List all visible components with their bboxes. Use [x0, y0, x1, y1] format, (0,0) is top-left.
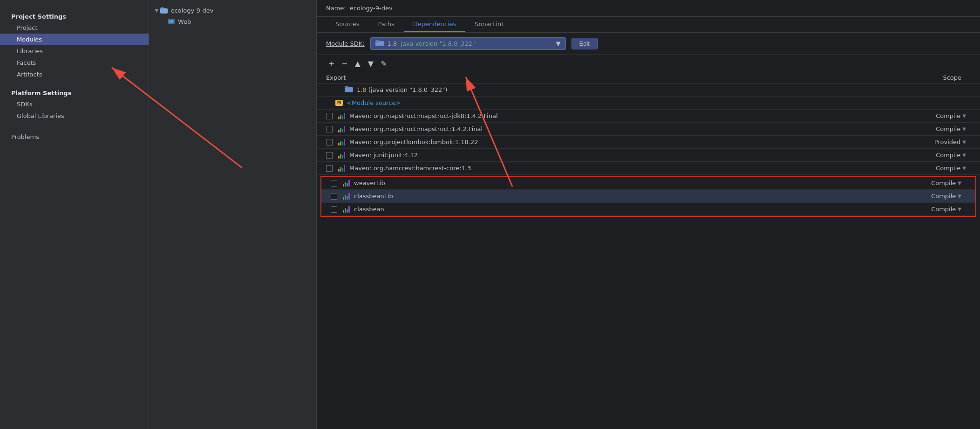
scope-dropdown-arrow: ▼: [962, 113, 966, 118]
scope-dropdown-arrow: ▼: [962, 139, 966, 145]
dep-checkbox-classbeanlib[interactable]: [331, 193, 337, 200]
dep-junit-scope[interactable]: Compile ▼: [915, 152, 971, 159]
svg-rect-5: [375, 40, 380, 42]
sdk-dropdown[interactable]: 1.8 java version "1.8.0_322" ▼: [370, 37, 566, 50]
export-header: Export: [326, 74, 915, 81]
sidebar-item-artifacts[interactable]: Artifacts: [0, 69, 149, 80]
edit-dep-button[interactable]: ✎: [378, 58, 389, 69]
tab-sources[interactable]: Sources: [326, 17, 368, 32]
folder-icon: [160, 7, 168, 14]
dep-classbean-name: classbean: [354, 206, 910, 213]
dep-module-source-name: <Module source>: [347, 99, 971, 106]
dep-hamcrest-scope[interactable]: Compile ▼: [915, 165, 971, 172]
platform-settings-title: Platform Settings: [0, 86, 149, 98]
maven-bar-icon-lombok: [337, 138, 346, 146]
scope-dropdown-arrow: ▼: [962, 152, 966, 158]
dep-row-classbeanlib[interactable]: classbeanLib Compile ▼: [321, 190, 975, 203]
tree-item-root[interactable]: ▼ ecology-9-dev: [149, 5, 316, 16]
dep-table-header: Export Scope: [317, 72, 980, 83]
sidebar-item-problems[interactable]: Problems: [0, 131, 149, 143]
tree-web-label: Web: [178, 18, 191, 25]
dep-mapstruct-jdk8-name: Maven: org.mapstruct:mapstruct-jdk8:1.4.…: [349, 112, 915, 119]
dep-junit-name: Maven: junit:junit:4.12: [349, 152, 915, 159]
dep-checkbox-classbean[interactable]: [331, 206, 337, 213]
dep-checkbox-mapstruct-jdk8[interactable]: [326, 113, 333, 119]
add-button[interactable]: +: [326, 58, 337, 69]
dep-checkbox-mapstruct[interactable]: [326, 126, 333, 132]
tabs-bar: Sources Paths Dependencies SonarLint: [317, 17, 980, 33]
dep-row-mapstruct-jdk8[interactable]: Maven: org.mapstruct:mapstruct-jdk8:1.4.…: [317, 110, 980, 123]
dep-checkbox-lombok[interactable]: [326, 139, 333, 145]
tree-item-web[interactable]: W Web: [149, 16, 316, 27]
lib-bar-icon-classbean: [342, 205, 350, 214]
dep-row-weaverlib[interactable]: weaverLib Compile ▼: [321, 177, 975, 190]
dep-checkbox-hamcrest[interactable]: [326, 165, 333, 172]
tab-paths[interactable]: Paths: [368, 17, 403, 32]
svg-rect-1: [160, 7, 164, 9]
dep-row-junit[interactable]: Maven: junit:junit:4.12 Compile ▼: [317, 149, 980, 162]
sidebar-item-facets[interactable]: Facets: [0, 57, 149, 69]
scope-dropdown-arrow: ▼: [962, 166, 966, 171]
dropdown-arrow-icon: ▼: [556, 40, 561, 47]
sdk-version-number: 1.8: [388, 40, 397, 47]
tree-root-label: ecology-9-dev: [170, 7, 213, 14]
scope-dropdown-arrow: ▼: [962, 126, 966, 131]
tab-sonarlint[interactable]: SonarLint: [465, 17, 513, 32]
dep-classbean-scope[interactable]: Compile ▼: [910, 206, 966, 213]
lib-bar-icon-weaverlib: [342, 179, 350, 187]
dep-row-classbean[interactable]: classbean Compile ▼: [321, 203, 975, 216]
sidebar-item-libraries[interactable]: Libraries: [0, 45, 149, 57]
dep-checkbox-weaverlib[interactable]: [331, 180, 337, 187]
dep-row-module-source[interactable]: M <Module source>: [317, 97, 980, 110]
dep-row-jdk[interactable]: 1.8 (java version "1.8.0_322"): [317, 83, 980, 97]
dep-row-lombok[interactable]: Maven: org.projectlombok:lombok:1.18.22 …: [317, 136, 980, 149]
scope-header: Scope: [915, 74, 971, 81]
maven-bar-icon-mapstruct-jdk8: [337, 112, 346, 120]
main-content: Name: ecology-9-dev Sources Paths Depend…: [317, 0, 980, 429]
maven-bar-icon-hamcrest: [337, 164, 346, 173]
scope-dropdown-arrow: ▼: [958, 194, 961, 199]
name-value: ecology-9-dev: [350, 5, 393, 12]
module-icon: W: [168, 18, 175, 25]
dep-classbeanlib-name: classbeanLib: [354, 193, 910, 200]
dep-jdk-name: 1.8 (java version "1.8.0_322"): [357, 86, 971, 93]
dep-weaverlib-scope[interactable]: Compile ▼: [910, 180, 966, 187]
sdk-row: Module SDK: 1.8 java version "1.8.0_322"…: [317, 33, 980, 55]
dep-weaverlib-name: weaverLib: [354, 180, 910, 187]
sdk-label: Module SDK:: [326, 40, 365, 47]
maven-bar-icon-junit: [337, 151, 346, 159]
expand-arrow-icon: ▼: [155, 7, 158, 14]
name-bar: Name: ecology-9-dev: [317, 0, 980, 17]
sidebar-item-global-libraries[interactable]: Global Libraries: [0, 110, 149, 122]
dep-row-mapstruct[interactable]: Maven: org.mapstruct:mapstruct:1.4.2.Fin…: [317, 123, 980, 136]
sidebar-item-modules[interactable]: Modules: [0, 34, 149, 45]
jdk-folder-icon: [345, 86, 353, 94]
dep-lombok-scope[interactable]: Provided ▼: [915, 138, 971, 145]
module-source-icon: M: [335, 100, 343, 106]
remove-button[interactable]: −: [339, 58, 350, 69]
name-label: Name:: [326, 5, 346, 12]
dep-lombok-name: Maven: org.projectlombok:lombok:1.18.22: [349, 138, 915, 145]
maven-bar-icon-mapstruct: [337, 125, 346, 133]
dep-toolbar: + − ▲ ▼ ✎: [317, 55, 980, 72]
dep-row-hamcrest[interactable]: Maven: org.hamcrest:hamcrest-core:1.3 Co…: [317, 162, 980, 175]
dep-classbeanlib-scope[interactable]: Compile ▼: [910, 193, 966, 200]
sidebar-item-project[interactable]: Project: [0, 22, 149, 34]
sdk-version-string: java version "1.8.0_322": [401, 40, 475, 47]
dep-mapstruct-name: Maven: org.mapstruct:mapstruct:1.4.2.Fin…: [349, 125, 915, 132]
sidebar-item-sdks[interactable]: SDKs: [0, 98, 149, 110]
tab-dependencies[interactable]: Dependencies: [404, 17, 466, 32]
file-tree-panel: ▼ ecology-9-dev W Web: [149, 0, 317, 429]
scope-dropdown-arrow: ▼: [958, 207, 961, 212]
scope-dropdown-arrow: ▼: [958, 180, 961, 186]
edit-button[interactable]: Edit: [572, 38, 598, 49]
svg-rect-7: [345, 86, 349, 88]
dep-mapstruct-scope[interactable]: Compile ▼: [915, 125, 971, 132]
svg-text:W: W: [169, 20, 173, 24]
dep-mapstruct-jdk8-scope[interactable]: Compile ▼: [915, 112, 971, 119]
dep-hamcrest-name: Maven: org.hamcrest:hamcrest-core:1.3: [349, 165, 915, 172]
dep-checkbox-junit[interactable]: [326, 152, 333, 159]
move-up-button[interactable]: ▲: [352, 58, 363, 69]
move-down-button[interactable]: ▼: [365, 58, 376, 69]
sdk-folder-icon: [375, 40, 384, 48]
